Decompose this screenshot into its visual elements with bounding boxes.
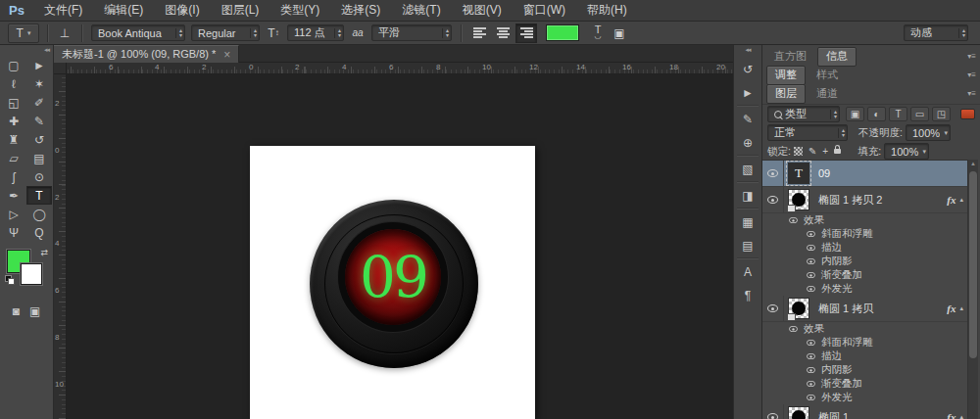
panel-menu-icon[interactable]: ▾≡ <box>967 52 976 61</box>
properties-panel-icon[interactable]: ◨ <box>737 185 759 206</box>
panel-tab-信息[interactable]: 信息 <box>817 47 857 67</box>
lock-transparency-icon[interactable] <box>794 147 803 156</box>
panel-tab-图层[interactable]: 图层 <box>766 84 806 104</box>
tab-close-icon[interactable]: × <box>223 50 230 60</box>
fill-select[interactable]: 100% ▾ <box>884 143 929 160</box>
layer-visibility-toggle[interactable] <box>762 404 784 419</box>
menu-item[interactable]: 类型(Y) <box>270 2 330 19</box>
eraser-tool[interactable]: ▱ <box>1 149 26 167</box>
ruler-corner[interactable] <box>54 63 67 74</box>
menu-item[interactable]: 文件(F) <box>33 2 93 19</box>
history-brush-tool[interactable]: ↺ <box>26 130 52 149</box>
paragraph-styles-panel-icon[interactable]: ¶ <box>737 285 759 305</box>
filter-adjustment-layers-icon[interactable]: ◐ <box>867 107 886 121</box>
dodge-tool[interactable]: ⊙ <box>26 167 52 186</box>
opacity-select[interactable]: 100% ▾ <box>906 124 951 141</box>
horizontal-ruler[interactable]: 64202468101214161820 <box>67 63 733 74</box>
warp-text-button[interactable]: T◡ <box>589 24 607 42</box>
layer-visibility-toggle[interactable] <box>762 296 784 321</box>
collapse-tools-chevron[interactable]: ◂◂ <box>0 45 53 56</box>
filter-smart-objects-icon[interactable]: ◳ <box>932 107 951 121</box>
effect-row[interactable]: 内阴影 <box>762 255 968 268</box>
layer-fx-badge[interactable]: fx <box>947 303 956 314</box>
scroll-up-icon[interactable]: ▲ <box>968 161 978 166</box>
hand-tool[interactable]: Ψ <box>1 223 26 242</box>
brush-tool[interactable]: ✎ <box>26 112 52 130</box>
expand-dock-chevron[interactable]: ◂◂ <box>734 45 761 56</box>
panel-tab-通道[interactable]: 通道 <box>808 85 846 103</box>
anti-alias-select[interactable]: 平滑 ▴▾ <box>371 24 452 41</box>
magic-wand-tool[interactable]: ✶ <box>26 74 52 93</box>
effect-row[interactable]: 外发光 <box>762 391 968 404</box>
effects-header-row[interactable]: 效果 <box>762 322 968 336</box>
paragraph-panel-icon[interactable]: ▤ <box>737 235 759 256</box>
tool-presets-panel-icon[interactable]: ✎ <box>737 109 759 129</box>
effects-header-row[interactable]: 效果 <box>762 213 968 227</box>
background-color-swatch[interactable] <box>21 263 42 285</box>
clone-source-panel-icon[interactable]: ⊕ <box>737 132 759 153</box>
canvas[interactable]: 09 <box>250 146 535 419</box>
fx-collapse-icon[interactable]: ▴ <box>959 196 963 204</box>
menu-item[interactable]: 选择(S) <box>330 2 391 19</box>
history-panel-icon[interactable]: ↺ <box>737 59 759 79</box>
blend-mode-select[interactable]: 正常 ▴▾ <box>767 124 848 141</box>
healing-brush-tool[interactable]: ✚ <box>1 112 26 130</box>
vertical-ruler[interactable]: 20246810 <box>54 74 67 419</box>
effect-row[interactable]: 外发光 <box>762 282 968 296</box>
tool-preset-picker[interactable]: T ▾ <box>8 23 39 43</box>
lasso-tool[interactable]: ℓ <box>1 74 26 93</box>
layer-thumbnail[interactable]: T <box>788 163 809 184</box>
layer-row[interactable]: 椭圆 1 拷贝 2fx▴ <box>762 187 968 213</box>
effect-row[interactable]: 渐变叠加 <box>762 377 968 391</box>
text-color-swatch[interactable] <box>546 24 579 41</box>
menu-item[interactable]: 图层(L) <box>211 2 270 19</box>
eyedropper-tool[interactable]: ✐ <box>26 93 52 112</box>
text-orientation-button[interactable]: ⊥ <box>56 24 74 42</box>
effect-row[interactable]: 斜面和浮雕 <box>762 227 968 241</box>
clone-stamp-tool[interactable]: ♜ <box>1 130 26 149</box>
layer-fx-badge[interactable]: fx <box>947 194 956 206</box>
effect-row[interactable]: 描边 <box>762 349 968 363</box>
layer-row[interactable]: T09 <box>762 161 968 187</box>
workspace-select[interactable]: 动感 ▴▾ <box>904 24 968 41</box>
filter-shape-layers-icon[interactable]: ▭ <box>910 107 929 121</box>
zoom-tool[interactable]: Q <box>26 223 52 242</box>
font-style-select[interactable]: Regular ▴▾ <box>191 24 260 41</box>
lock-position-icon[interactable]: + <box>822 146 828 157</box>
menu-item[interactable]: 窗口(W) <box>513 2 576 19</box>
panel-tab-直方图[interactable]: 直方图 <box>766 48 814 66</box>
pen-tool[interactable]: ✒ <box>1 186 26 205</box>
panel-menu-icon[interactable]: ▾≡ <box>967 70 976 79</box>
filter-type-layers-icon[interactable]: T <box>889 107 907 121</box>
rectangular-marquee-tool[interactable]: ▢ <box>1 56 26 74</box>
panel-menu-icon[interactable]: ▾≡ <box>967 89 976 98</box>
type-tool[interactable]: T <box>26 186 52 205</box>
panel-tab-调整[interactable]: 调整 <box>766 66 806 85</box>
layer-row[interactable]: 椭圆 1fx▴ <box>762 404 968 419</box>
default-colors-icon[interactable] <box>5 275 14 284</box>
actions-panel-icon[interactable]: ► <box>737 82 759 103</box>
swap-colors-icon[interactable]: ⇄ <box>40 248 48 257</box>
crop-tool[interactable]: ◱ <box>1 93 26 112</box>
quick-mask-button[interactable]: ◙ <box>13 304 20 318</box>
layer-filter-toggle[interactable] <box>960 109 975 119</box>
effect-row[interactable]: 斜面和浮雕 <box>762 336 968 349</box>
menu-item[interactable]: 帮助(H) <box>576 2 638 19</box>
layer-visibility-toggle[interactable] <box>762 161 784 186</box>
layer-thumbnail[interactable] <box>788 298 809 319</box>
fx-collapse-icon[interactable]: ▴ <box>959 413 963 419</box>
character-panel-icon[interactable]: ▦ <box>737 211 759 232</box>
toggle-panels-button[interactable]: ▣ <box>611 24 628 42</box>
effect-row[interactable]: 内阴影 <box>762 363 968 377</box>
font-size-select[interactable]: 112 点 ▴▾ <box>287 24 344 41</box>
layer-row[interactable]: 椭圆 1 拷贝fx▴ <box>762 296 968 322</box>
layer-thumbnail[interactable] <box>788 189 809 210</box>
scrollbar-thumb[interactable] <box>969 171 977 358</box>
menu-item[interactable]: 图像(I) <box>154 2 210 19</box>
lock-all-icon[interactable] <box>834 149 841 154</box>
effect-row[interactable]: 渐变叠加 <box>762 268 968 282</box>
menu-item[interactable]: 编辑(E) <box>93 2 154 19</box>
path-selection-tool[interactable]: ▷ <box>1 205 26 223</box>
layer-visibility-toggle[interactable] <box>762 187 784 212</box>
align-center-button[interactable] <box>492 23 514 43</box>
